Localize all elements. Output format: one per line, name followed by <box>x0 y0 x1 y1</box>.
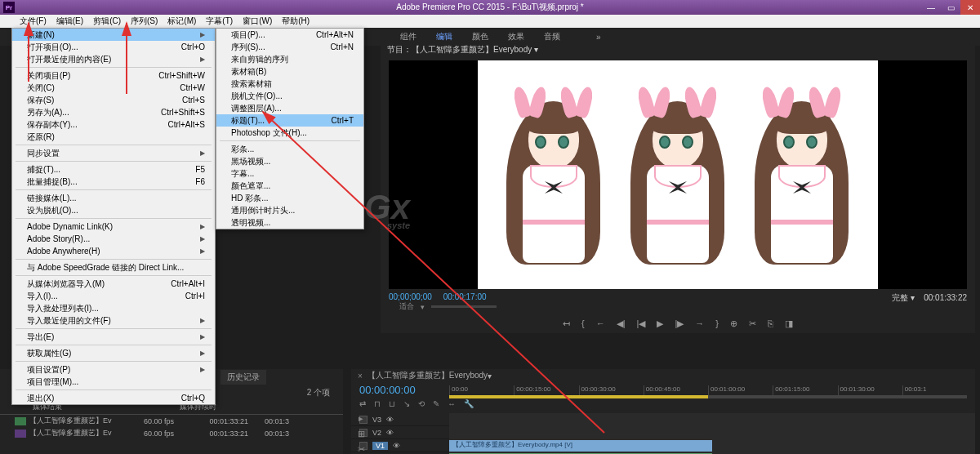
add-marker-icon[interactable]: ⊕ <box>730 318 737 329</box>
submenu-item[interactable]: 脱机文件(O)... <box>216 90 363 102</box>
menu-item[interactable]: 保存副本(Y)...Ctrl+Alt+S <box>12 118 215 131</box>
menu-file[interactable]: 文件(F) <box>15 15 51 28</box>
go-in-icon[interactable]: { <box>581 318 585 329</box>
video-clip[interactable]: 【人工智障多重颜艺】Everybody.mp4 [V] <box>449 440 712 452</box>
timeline-close-icon[interactable]: × <box>358 372 363 381</box>
menu-marker[interactable]: 标记(M) <box>163 15 201 28</box>
tab-history[interactable]: 历史记录 <box>220 370 266 385</box>
menu-item[interactable]: Adobe Story(R)...▶ <box>12 233 215 245</box>
menu-item[interactable]: 项目设置(P)▶ <box>12 363 215 376</box>
menu-item[interactable]: Adobe Anywhere(H)▶ <box>12 245 215 257</box>
submenu-item[interactable]: 搜索素材箱 <box>216 78 363 90</box>
menu-item[interactable]: 新建(N)▶ <box>12 29 215 41</box>
play-icon[interactable]: ▶ <box>657 318 663 329</box>
playhead-bar[interactable] <box>449 395 967 398</box>
submenu-item[interactable]: 字幕... <box>216 167 363 180</box>
menu-item[interactable]: 设为脱机(O)... <box>12 204 215 216</box>
track-select-tool-icon[interactable]: ⊞ <box>358 429 365 439</box>
zoom-slider[interactable] <box>431 305 497 308</box>
menu-item[interactable]: 获取属性(G)▶ <box>12 347 215 359</box>
timeline-tab-name[interactable]: 【人工智障多重颜艺】Everybody <box>368 370 488 381</box>
lift-icon[interactable]: ✂ <box>749 318 756 329</box>
fit-label[interactable]: 适合 <box>399 301 414 312</box>
maximize-button[interactable]: ▭ <box>941 0 960 15</box>
menu-item[interactable]: 批量捕捉(B)...F6 <box>12 176 215 188</box>
tool-trim-icon[interactable]: ↔ <box>448 399 456 408</box>
menu-item[interactable]: 关闭(C)Ctrl+W <box>12 82 215 94</box>
menu-item[interactable]: 另存为(A)...Ctrl+Shift+S <box>12 106 215 118</box>
tool-wrench-icon[interactable]: 🔧 <box>464 399 474 408</box>
menu-item[interactable]: 导入(I)...Ctrl+I <box>12 290 215 302</box>
tool-snap-icon[interactable]: ⇄ <box>359 399 366 408</box>
submenu-item[interactable]: 标题(T)...Ctrl+T <box>216 114 363 127</box>
forward-icon[interactable]: |▶ <box>675 318 684 329</box>
menu-item[interactable]: 导入批处理列表(I)... <box>12 302 215 314</box>
track-v1[interactable]: V1👁 【人工智障多重颜艺】Everybody.mp4 [V] <box>351 439 975 452</box>
go-out-icon[interactable]: } <box>715 318 719 329</box>
submenu-item[interactable]: 调整图层(A)... <box>216 102 363 114</box>
menu-edit[interactable]: 编辑(E) <box>51 15 88 28</box>
tool-marker-icon[interactable]: ⊔ <box>389 399 395 408</box>
menu-item[interactable]: 从媒体浏览器导入(M)Ctrl+Alt+I <box>12 278 215 290</box>
menu-item[interactable]: 打开最近使用的内容(E)▶ <box>12 53 215 65</box>
next-frame-icon[interactable]: → <box>695 318 704 329</box>
rewind-icon[interactable]: |◀ <box>637 318 646 329</box>
export-frame-icon[interactable]: ◨ <box>785 318 793 329</box>
submenu-item[interactable]: 透明视频... <box>216 216 363 229</box>
track-v3[interactable]: V3👁 <box>351 413 975 426</box>
tab-effects[interactable]: 效果 <box>508 31 524 42</box>
submenu-item[interactable]: 素材箱(B) <box>216 65 363 78</box>
program-header[interactable]: 节目：【人工智障多重颜艺】Everybody ▾ <box>381 42 975 57</box>
quality-label[interactable]: 完整 <box>892 293 908 302</box>
quality-arrow-icon[interactable]: ▾ <box>911 293 915 302</box>
mark-in-icon[interactable]: ↤ <box>563 318 570 329</box>
menu-item[interactable]: Adobe Dynamic Link(K)▶ <box>12 220 215 233</box>
tabs-more-icon[interactable]: » <box>596 33 601 42</box>
submenu-item[interactable]: Photoshop 文件(H)... <box>216 127 363 139</box>
project-row[interactable]: 【人工智障多重颜艺】Ev 60.00 fps 00:01:33:21 00:01… <box>0 415 343 427</box>
menu-item[interactable]: 退出(X)Ctrl+Q <box>12 392 215 404</box>
submenu-item[interactable]: 通用倒计时片头... <box>216 204 363 216</box>
tool-link-icon[interactable]: ⊓ <box>374 399 381 408</box>
tab-color[interactable]: 颜色 <box>472 31 488 42</box>
close-button[interactable]: ✕ <box>960 0 980 15</box>
menu-item[interactable]: 还原(R) <box>12 131 215 143</box>
selection-tool-icon[interactable]: ▸ <box>359 413 363 424</box>
tool-ovr-icon[interactable]: ⟲ <box>418 399 425 408</box>
tab-audio[interactable]: 音频 <box>544 31 560 42</box>
eye-icon[interactable]: 👁 <box>386 416 394 424</box>
tc-current[interactable]: 00:00:17:00 <box>443 292 487 301</box>
project-row[interactable]: 【人工智障多重颜艺】Ev 60.00 fps 00:01:33:21 00:01… <box>0 427 343 439</box>
menu-clip[interactable]: 剪辑(C) <box>88 15 126 28</box>
menu-sequence[interactable]: 序列(S) <box>126 15 163 28</box>
timeline-tab-arrow-icon[interactable]: ▾ <box>488 372 492 381</box>
tool-mix-icon[interactable]: ✎ <box>433 399 439 408</box>
tab-assembly[interactable]: 组件 <box>400 31 416 42</box>
tab-editing[interactable]: 编辑 <box>436 31 452 42</box>
submenu-item[interactable]: 项目(P)...Ctrl+Alt+N <box>216 29 363 41</box>
step-back-icon[interactable]: ← <box>596 318 605 329</box>
menu-window[interactable]: 窗口(W) <box>238 15 277 28</box>
menu-help[interactable]: 帮助(H) <box>277 15 314 28</box>
menu-item[interactable]: 与 Adobe SpeedGrade 链接的 Direct Link... <box>12 261 215 274</box>
menu-item[interactable]: 关闭项目(P)Ctrl+Shift+W <box>12 69 215 82</box>
menu-item[interactable]: 导出(E)▶ <box>12 331 215 343</box>
submenu-item[interactable]: 序列(S)...Ctrl+N <box>216 41 363 53</box>
menu-title[interactable]: 字幕(T) <box>201 15 238 28</box>
submenu-item[interactable]: 黑场视频... <box>216 155 363 167</box>
menu-item[interactable]: 同步设置▶ <box>12 147 215 159</box>
menu-item[interactable]: 导入最近使用的文件(F)▶ <box>12 314 215 327</box>
prev-frame-icon[interactable]: ◀| <box>617 318 626 329</box>
menu-item[interactable]: 捕捉(T)...F5 <box>12 163 215 176</box>
submenu-item[interactable]: 彩条... <box>216 143 363 155</box>
menu-item[interactable]: 项目管理(M)... <box>12 376 215 388</box>
minimize-button[interactable]: — <box>921 0 941 15</box>
submenu-item[interactable]: 颜色遮罩... <box>216 180 363 192</box>
menu-item[interactable]: 链接媒体(L)... <box>12 192 215 204</box>
menu-item[interactable]: 打开项目(O)...Ctrl+O <box>12 41 215 53</box>
eye-icon[interactable]: 👁 <box>386 429 394 437</box>
razor-tool-icon[interactable]: ✂ <box>358 444 365 454</box>
tool-ins-icon[interactable]: ↘ <box>403 399 410 408</box>
track-v2[interactable]: V2👁 <box>351 426 975 439</box>
eye-icon[interactable]: 👁 <box>393 442 400 450</box>
